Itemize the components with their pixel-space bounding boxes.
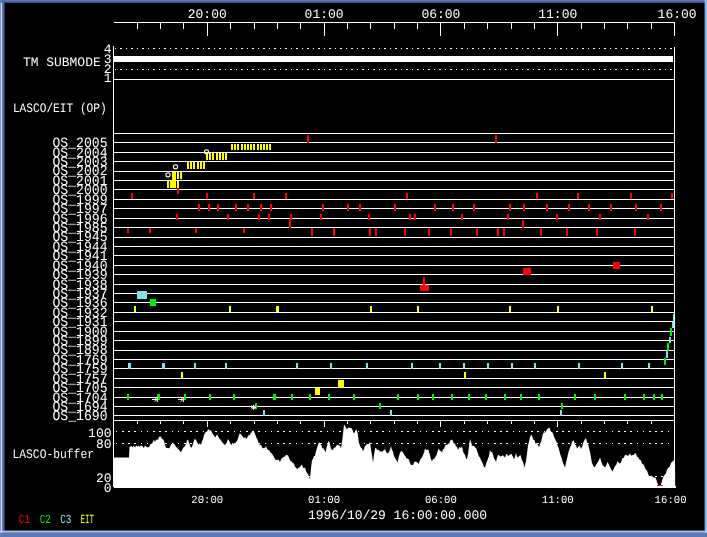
svg-text:80: 80 [96,437,112,452]
svg-text:C3: C3 [60,513,71,527]
svg-text:C1: C1 [19,513,30,527]
svg-text:1996/10/29 16:00:00.000: 1996/10/29 16:00:00.000 [308,508,487,523]
svg-text:LASCO-buffer: LASCO-buffer [13,447,95,462]
svg-text:16:00: 16:00 [658,7,697,22]
svg-text:01:00: 01:00 [308,495,340,507]
svg-text:06:00: 06:00 [425,495,457,507]
svg-text:20:00: 20:00 [188,7,227,22]
svg-text:0: 0 [104,481,112,496]
svg-text:06:00: 06:00 [421,7,460,22]
svg-text:01:00: 01:00 [305,7,344,22]
svg-text:EIT: EIT [81,513,95,527]
svg-text:20:00: 20:00 [191,495,223,507]
svg-text:C2: C2 [40,513,51,527]
svg-text:16:00: 16:00 [655,495,687,507]
svg-text:1: 1 [104,71,112,86]
svg-text:LASCO/EIT (OP): LASCO/EIT (OP) [13,101,107,116]
svg-text:11:00: 11:00 [538,7,577,22]
svg-text:TM SUBMODE: TM SUBMODE [23,55,101,70]
svg-text:OS_1690: OS_1690 [53,409,108,425]
svg-text:11:00: 11:00 [542,495,574,507]
